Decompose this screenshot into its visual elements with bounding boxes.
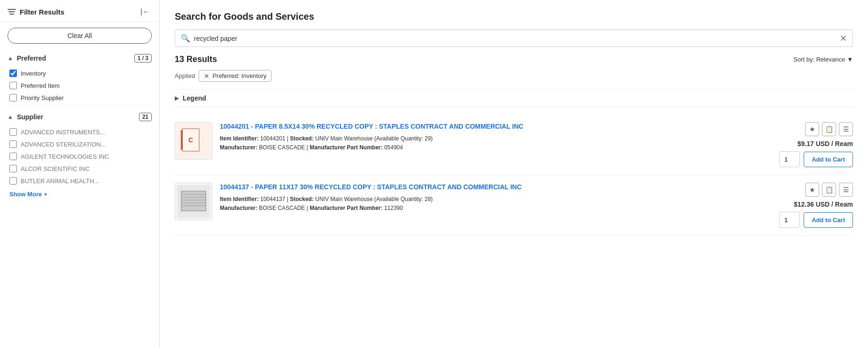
info-button-2[interactable]: ☰	[839, 183, 853, 197]
agilent-technologies-label[interactable]: AGILENT TECHNOLOGIES INC	[21, 153, 109, 160]
product-image-1: C	[175, 122, 212, 160]
preferred-section-header[interactable]: ▲ Preferred 1 / 3	[8, 49, 152, 67]
product-card-2: 10044137 - PAPER 11X17 30% RECYCLED COPY…	[175, 175, 853, 236]
results-count: 13 Results	[175, 54, 217, 64]
filter-item-priority-supplier: Priority Supplier	[8, 92, 152, 104]
legend-section[interactable]: ▶ Legend	[175, 89, 853, 107]
sort-by-chevron-icon: ▼	[847, 56, 853, 63]
filter-item-advanced-instruments: ADVANCED INSTRUMENTS...	[8, 126, 152, 138]
filter-results-title: Filter Results	[20, 8, 64, 16]
filter-item-inventory: Inventory	[8, 67, 152, 79]
product-info-1: 10044201 - PAPER 8.5X14 30% RECYCLED COP…	[220, 122, 752, 152]
show-more-button[interactable]: Show More +	[8, 187, 47, 201]
collapse-sidebar-button[interactable]: |←	[139, 6, 152, 18]
item-identifier-label-2: Item Identifier: 10044137 | Stocked: UNI…	[220, 196, 433, 202]
preferred-inventory-chip: ✕ Preferred: Inventory	[199, 70, 271, 82]
main-content: Search for Goods and Services 🔍 ✕ 13 Res…	[160, 0, 868, 348]
sidebar-scroll-area: ▲ Preferred 1 / 3 Inventory Preferred It…	[0, 49, 159, 348]
compare-button-1[interactable]: 📋	[822, 122, 836, 136]
sidebar-header: Filter Results |←	[0, 0, 159, 22]
favorite-button-1[interactable]: ★	[805, 122, 819, 136]
supplier-section-title: Supplier	[17, 113, 43, 121]
supplier-section-left: ▲ Supplier	[8, 113, 43, 121]
product-price-2: $12.36 USD / Ream	[794, 201, 853, 208]
preferred-item-checkbox[interactable]	[9, 82, 17, 89]
supplier-chevron-icon: ▲	[8, 114, 13, 120]
product-icons-2: ★ 📋 ☰	[805, 183, 853, 197]
product-card-1: C 10044201 - PAPER 8.5X14 30% RECYCLED C…	[175, 115, 853, 175]
add-to-cart-row-1: Add to Cart	[779, 151, 853, 167]
advanced-sterilization-label[interactable]: ADVANCED STERILIZATION...	[21, 141, 106, 148]
quantity-input-1[interactable]	[779, 151, 800, 167]
advanced-sterilization-checkbox[interactable]	[9, 140, 17, 148]
product-info-2: 10044137 - PAPER 11X17 30% RECYCLED COPY…	[220, 183, 752, 213]
advanced-instruments-label[interactable]: ADVANCED INSTRUMENTS...	[21, 129, 105, 136]
filter-section-preferred: ▲ Preferred 1 / 3 Inventory Preferred It…	[0, 49, 159, 104]
preferred-chevron-icon: ▲	[8, 55, 13, 62]
advanced-instruments-checkbox[interactable]	[9, 128, 17, 136]
filter-section-supplier: ▲ Supplier 21 ADVANCED INSTRUMENTS... AD…	[0, 108, 159, 201]
manufacturer-info-1: Manufacturer: BOISE CASCADE | Manufactur…	[220, 144, 403, 151]
show-more-icon: +	[44, 191, 47, 198]
priority-supplier-checkbox[interactable]	[9, 94, 17, 101]
product-title-1[interactable]: 10044201 - PAPER 8.5X14 30% RECYCLED COP…	[220, 122, 752, 131]
supplier-section-badge: 21	[139, 113, 152, 121]
sort-by-dropdown[interactable]: Sort by: Relevance ▼	[793, 56, 853, 63]
product-actions-1: ★ 📋 ☰ $9.17 USD / Ream Add to Cart	[759, 122, 853, 167]
results-row: 13 Results Sort by: Relevance ▼	[175, 54, 853, 64]
quantity-input-2[interactable]	[779, 212, 800, 228]
preferred-item-label[interactable]: Preferred Item	[21, 82, 60, 89]
preferred-inventory-chip-label: Preferred: Inventory	[212, 72, 266, 79]
product-image-2	[175, 183, 212, 220]
svg-rect-4	[181, 130, 183, 150]
agilent-technologies-checkbox[interactable]	[9, 153, 17, 160]
product-title-2[interactable]: 10044137 - PAPER 11X17 30% RECYCLED COPY…	[220, 183, 752, 192]
butler-animal-label[interactable]: BUTLER ANIMAL HEALTH...	[21, 178, 99, 185]
product-meta-2: Item Identifier: 10044137 | Stocked: UNI…	[220, 195, 752, 213]
filter-item-advanced-sterilization: ADVANCED STERILIZATION...	[8, 138, 152, 150]
product-price-1: $9.17 USD / Ream	[798, 140, 853, 147]
filter-icon	[8, 9, 16, 15]
alcor-scientific-label[interactable]: ALCOR SCIENTIFIC INC	[21, 165, 90, 172]
inventory-label[interactable]: Inventory	[21, 70, 46, 77]
sidebar: Filter Results |← Clear All ▲ Preferred …	[0, 0, 160, 348]
applied-filters: Applied ✕ Preferred: Inventory	[175, 70, 853, 82]
clear-search-button[interactable]: ✕	[840, 34, 847, 43]
product-actions-2: ★ 📋 ☰ $12.36 USD / Ream Add to Cart	[759, 183, 853, 228]
item-identifier-label-1: Item Identifier: 10044201 | Stocked: UNI…	[220, 135, 433, 142]
info-button-1[interactable]: ☰	[839, 122, 853, 136]
alcor-scientific-checkbox[interactable]	[9, 165, 17, 172]
remove-preferred-inventory-button[interactable]: ✕	[204, 73, 209, 79]
compare-button-2[interactable]: 📋	[822, 183, 836, 197]
page-title: Search for Goods and Services	[175, 11, 853, 22]
legend-label: Legend	[183, 94, 206, 102]
filter-item-alcor: ALCOR SCIENTIFIC INC	[8, 162, 152, 175]
product-meta-1: Item Identifier: 10044201 | Stocked: UNI…	[220, 134, 752, 152]
priority-supplier-label[interactable]: Priority Supplier	[21, 94, 64, 101]
product-icons-1: ★ 📋 ☰	[805, 122, 853, 136]
inventory-checkbox[interactable]	[9, 70, 17, 77]
filter-item-butler: BUTLER ANIMAL HEALTH...	[8, 175, 152, 187]
clear-all-button[interactable]: Clear All	[8, 28, 152, 44]
filter-item-agilent: AGILENT TECHNOLOGIES INC	[8, 150, 152, 162]
filter-item-preferred-item: Preferred Item	[8, 79, 152, 92]
search-input[interactable]	[194, 35, 840, 42]
supplier-section-header[interactable]: ▲ Supplier 21	[8, 108, 152, 126]
applied-label: Applied	[175, 72, 195, 79]
show-more-label: Show More	[9, 191, 42, 198]
search-bar: 🔍 ✕	[175, 30, 853, 47]
svg-text:C: C	[188, 136, 193, 144]
preferred-section-badge: 1 / 3	[134, 54, 152, 62]
add-to-cart-button-2[interactable]: Add to Cart	[804, 212, 853, 228]
filter-title-group: Filter Results	[8, 8, 64, 16]
preferred-section-left: ▲ Preferred	[8, 54, 46, 62]
favorite-button-2[interactable]: ★	[805, 183, 819, 197]
butler-animal-checkbox[interactable]	[9, 177, 17, 185]
add-to-cart-row-2: Add to Cart	[779, 212, 853, 228]
manufacturer-info-2: Manufacturer: BOISE CASCADE | Manufactur…	[220, 205, 403, 211]
add-to-cart-button-1[interactable]: Add to Cart	[804, 152, 853, 167]
sort-by-label: Sort by: Relevance	[793, 56, 845, 63]
divider-1	[8, 106, 152, 106]
search-icon: 🔍	[181, 34, 190, 43]
preferred-section-title: Preferred	[17, 54, 46, 62]
